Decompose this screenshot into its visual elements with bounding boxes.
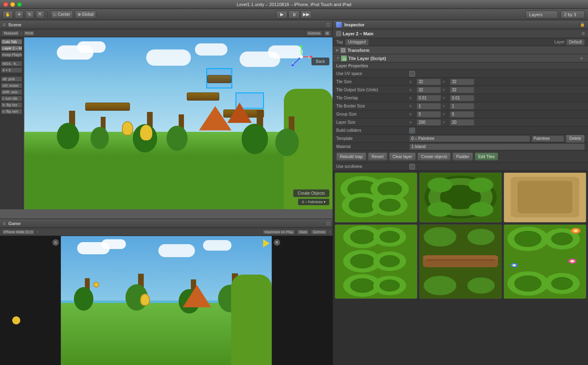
tree-group-2 bbox=[97, 117, 109, 149]
tile-layer-title: Tile Layer (Script) bbox=[348, 56, 386, 61]
use-scrollview-checkbox[interactable] bbox=[409, 164, 415, 170]
tile-palette bbox=[333, 171, 588, 365]
tile-layer-header[interactable]: ▼ C# Tile Layer (Script) ⚙ bbox=[333, 54, 588, 62]
minimize-button[interactable] bbox=[10, 2, 15, 7]
svg-point-8 bbox=[300, 55, 303, 58]
center-toggle[interactable]: ▷ Center bbox=[51, 11, 73, 19]
tile-item-4[interactable] bbox=[335, 224, 417, 299]
tile-layer-arrow-icon: ▼ bbox=[336, 56, 339, 60]
tile-item-6[interactable] bbox=[504, 224, 586, 299]
object-name: Layer 2 – Main bbox=[343, 31, 374, 36]
svg-point-19 bbox=[377, 182, 402, 196]
play-button[interactable]: ▶ bbox=[276, 11, 288, 19]
revert-button[interactable]: Revert bbox=[368, 152, 387, 161]
template-name-input[interactable]: Palmtree bbox=[532, 135, 564, 142]
close-button[interactable] bbox=[3, 2, 8, 7]
layer-size-y-input[interactable]: 20 bbox=[450, 119, 474, 126]
tile-layer-menu-icon[interactable]: ⚙ bbox=[578, 56, 585, 60]
snap-btn[interactable]: ⊞ bbox=[324, 30, 331, 36]
letter-a: A bbox=[52, 239, 59, 246]
tree-group-1 bbox=[65, 111, 79, 149]
tile-border-y-input[interactable]: 1 bbox=[450, 103, 474, 110]
step-button[interactable]: ▶▶ bbox=[300, 11, 312, 19]
create-objects-inspector-button[interactable]: Create objects bbox=[417, 152, 451, 161]
tile-item-3[interactable] bbox=[504, 172, 586, 223]
tile-overlap-values: X 0.01 Y 0.01 bbox=[409, 95, 585, 101]
material-dropdown[interactable]: 1.Island bbox=[409, 144, 585, 150]
inspector-lock-icon[interactable]: 🔒 bbox=[580, 22, 585, 27]
scene-game-image[interactable]: Back Y X bbox=[24, 37, 333, 209]
script-icon: C# bbox=[341, 56, 347, 61]
svg-point-23 bbox=[379, 199, 401, 212]
back-button[interactable]: Back bbox=[311, 58, 329, 65]
tile-overlap-x-input[interactable]: 0.01 bbox=[417, 95, 441, 101]
padder-button[interactable]: Padder bbox=[452, 152, 473, 161]
scale-tool[interactable]: ⇱ bbox=[36, 11, 45, 19]
group-size-x-input[interactable]: 5 bbox=[417, 111, 441, 118]
keep-playmode[interactable]: Keep Playmode Changes bbox=[1, 52, 22, 58]
tile-border-x-input[interactable]: 1 bbox=[417, 103, 441, 110]
game-close-icon[interactable]: ≡ bbox=[2, 220, 6, 227]
h-flip-hint: h: flip hor bbox=[1, 102, 22, 108]
transform-header[interactable]: ▶ Transform bbox=[333, 46, 588, 54]
svg-rect-33 bbox=[518, 181, 573, 213]
scene-close-icon[interactable]: ≡ bbox=[2, 21, 6, 28]
layers-dropdown[interactable]: Layers bbox=[525, 11, 558, 19]
pause-button[interactable]: ⏸ bbox=[288, 11, 300, 19]
tile-svg-3 bbox=[504, 173, 586, 221]
svg-point-36 bbox=[350, 230, 375, 244]
rgb-btn[interactable]: RGB bbox=[23, 30, 35, 36]
group-size-y-input[interactable]: 5 bbox=[450, 111, 474, 118]
static-icon[interactable]: ⊞ bbox=[582, 31, 585, 36]
gizmos-arrow: ▾ bbox=[329, 230, 331, 234]
layer-size-x-input[interactable]: 200 bbox=[417, 119, 441, 126]
iphone-resolution[interactable]: iPhone Wide (3:2) bbox=[2, 229, 35, 235]
object-active-checkbox[interactable] bbox=[336, 31, 341, 36]
hand-tool[interactable]: ✋ bbox=[2, 11, 13, 19]
tile-item-5[interactable] bbox=[419, 224, 502, 299]
game-gizmos-btn[interactable]: Gizmos bbox=[311, 229, 327, 235]
layer-size-label: Layer Size bbox=[336, 120, 409, 125]
v-flip-hint: v: flip vert bbox=[1, 109, 22, 114]
edit-tiles-button[interactable]: Edit Tiles bbox=[475, 152, 499, 161]
tile-overlap-y-input[interactable]: 0.01 bbox=[450, 95, 474, 101]
layer-value[interactable]: Default bbox=[566, 39, 585, 45]
build-colliders-checkbox[interactable] bbox=[409, 128, 415, 133]
tile-output-x-label: X bbox=[409, 88, 415, 92]
tile-border-values: X 1 Y 1 bbox=[409, 103, 585, 110]
layer-selector[interactable]: Layer 2 – Main ▾ bbox=[1, 45, 22, 51]
global-toggle[interactable]: ⊕ Global bbox=[75, 11, 97, 19]
scene-expand-icon[interactable]: ⊡ bbox=[326, 22, 330, 28]
left-tools-panel: Cuts Tab Layer 2 – Main ▾ Keep Playmode … bbox=[0, 37, 24, 209]
palmtree-dropdown[interactable]: 0 – Palmtree ▾ bbox=[298, 199, 329, 205]
platform-1 bbox=[85, 103, 130, 111]
tile-item-1[interactable] bbox=[335, 172, 417, 223]
layer-size-y-label: Y bbox=[443, 120, 448, 125]
tile-output-x-input[interactable]: 32 bbox=[417, 87, 441, 93]
svg-point-38 bbox=[379, 231, 400, 243]
rotate-tool[interactable]: ↻ bbox=[25, 11, 34, 19]
tile-size-y-input[interactable]: 32 bbox=[450, 79, 474, 85]
template-delete-button[interactable]: Delete bbox=[566, 135, 585, 143]
gizmos-btn[interactable]: Gizmos bbox=[306, 30, 322, 36]
tile-size-x-input[interactable]: 32 bbox=[417, 79, 441, 85]
tile-item-2[interactable] bbox=[419, 172, 502, 223]
cuts-tab[interactable]: Cuts Tab bbox=[1, 39, 22, 45]
template-dropdown[interactable]: 0 – Palmtree bbox=[409, 135, 530, 142]
create-objects-button[interactable]: Create Objects bbox=[293, 189, 329, 197]
textured-mode[interactable]: Textured bbox=[2, 30, 20, 36]
clear-layer-button[interactable]: Clear layer bbox=[389, 152, 416, 161]
use-uv-checkbox[interactable] bbox=[409, 71, 415, 77]
tag-value[interactable]: Untagged bbox=[345, 39, 368, 45]
maximize-button[interactable] bbox=[17, 2, 22, 7]
move-tool[interactable]: ✛ bbox=[15, 11, 24, 19]
npc-char bbox=[140, 125, 152, 140]
tile-output-y-input[interactable]: 32 bbox=[450, 87, 474, 93]
stats-btn[interactable]: Stats bbox=[297, 229, 309, 235]
scene-secondary-toolbar: Textured | RGB Gizmos ⊞ bbox=[0, 29, 333, 37]
game-expand-icon[interactable]: ⊡ bbox=[326, 221, 330, 226]
maximize-play-btn[interactable]: Maximize on Play bbox=[262, 229, 295, 235]
toolbar-sep-scene: | bbox=[21, 31, 22, 35]
rebuild-map-button[interactable]: Rebuild map bbox=[336, 152, 366, 161]
by-dropdown[interactable]: 2 by 3 bbox=[560, 11, 585, 19]
